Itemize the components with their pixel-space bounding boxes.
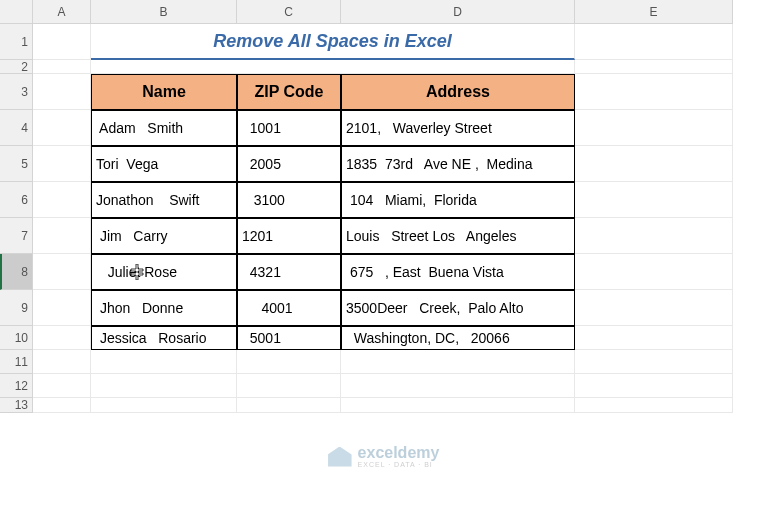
spreadsheet: A B C D E 1 Remove All Spaces in Excel 2…: [0, 0, 733, 413]
cell-D12[interactable]: [341, 374, 575, 398]
cell-E6[interactable]: [575, 182, 733, 218]
table-row[interactable]: Washington, DC, 20066: [341, 326, 575, 350]
cell-text: Juliet Rose: [96, 264, 177, 280]
cell-D11[interactable]: [341, 350, 575, 374]
row-header-10[interactable]: 10: [0, 326, 33, 350]
cell-C12[interactable]: [237, 374, 341, 398]
table-row[interactable]: Jessica Rosario: [91, 326, 237, 350]
row-header-8[interactable]: 8: [0, 254, 33, 290]
row-header-6[interactable]: 6: [0, 182, 33, 218]
cell-E10[interactable]: [575, 326, 733, 350]
cell-E7[interactable]: [575, 218, 733, 254]
cell-E12[interactable]: [575, 374, 733, 398]
table-header-address[interactable]: Address: [341, 74, 575, 110]
table-row[interactable]: Tori Vega: [91, 146, 237, 182]
cell-E1[interactable]: [575, 24, 733, 60]
cell-E4[interactable]: [575, 110, 733, 146]
cell-A8[interactable]: [33, 254, 91, 290]
select-all-corner[interactable]: [0, 0, 33, 24]
cell-A4[interactable]: [33, 110, 91, 146]
row-header-1[interactable]: 1: [0, 24, 33, 60]
table-row[interactable]: Juliet Rose: [91, 254, 237, 290]
cell-A13[interactable]: [33, 398, 91, 413]
col-header-E[interactable]: E: [575, 0, 733, 24]
table-row[interactable]: 5001: [237, 326, 341, 350]
page-title: Remove All Spaces in Excel: [91, 24, 575, 60]
cell-A11[interactable]: [33, 350, 91, 374]
cell-A2[interactable]: [33, 60, 91, 74]
cell-E3[interactable]: [575, 74, 733, 110]
row-header-13[interactable]: 13: [0, 398, 33, 413]
cell-C13[interactable]: [237, 398, 341, 413]
cell-A3[interactable]: [33, 74, 91, 110]
table-row[interactable]: Louis Street Los Angeles: [341, 218, 575, 254]
table-row[interactable]: 4321: [237, 254, 341, 290]
table-row[interactable]: 104 Miami, Florida: [341, 182, 575, 218]
row-header-9[interactable]: 9: [0, 290, 33, 326]
col-header-C[interactable]: C: [237, 0, 341, 24]
cell-D13[interactable]: [341, 398, 575, 413]
table-row[interactable]: Jim Carry: [91, 218, 237, 254]
cell-A9[interactable]: [33, 290, 91, 326]
table-row[interactable]: 2005: [237, 146, 341, 182]
cell-E8[interactable]: [575, 254, 733, 290]
table-row[interactable]: Jhon Donne: [91, 290, 237, 326]
cell-E13[interactable]: [575, 398, 733, 413]
col-header-D[interactable]: D: [341, 0, 575, 24]
row-header-7[interactable]: 7: [0, 218, 33, 254]
exceldemy-logo-icon: [328, 447, 352, 467]
col-header-B[interactable]: B: [91, 0, 237, 24]
cell-E9[interactable]: [575, 290, 733, 326]
title-underline: [91, 60, 575, 74]
cell-A5[interactable]: [33, 146, 91, 182]
cell-E2[interactable]: [575, 60, 733, 74]
watermark-main: exceldemy: [358, 445, 440, 461]
row-header-2[interactable]: 2: [0, 60, 33, 74]
cell-B13[interactable]: [91, 398, 237, 413]
row-header-3[interactable]: 3: [0, 74, 33, 110]
cell-A1[interactable]: [33, 24, 91, 60]
cell-B12[interactable]: [91, 374, 237, 398]
table-row[interactable]: 4001: [237, 290, 341, 326]
row-header-4[interactable]: 4: [0, 110, 33, 146]
col-header-A[interactable]: A: [33, 0, 91, 24]
cell-A7[interactable]: [33, 218, 91, 254]
table-row[interactable]: 2101, Waverley Street: [341, 110, 575, 146]
table-header-zip[interactable]: ZIP Code: [237, 74, 341, 110]
cell-E11[interactable]: [575, 350, 733, 374]
table-row[interactable]: 3100: [237, 182, 341, 218]
cell-A6[interactable]: [33, 182, 91, 218]
cell-B11[interactable]: [91, 350, 237, 374]
table-header-name[interactable]: Name: [91, 74, 237, 110]
cell-A10[interactable]: [33, 326, 91, 350]
table-row[interactable]: 1835 73rd Ave NE , Medina: [341, 146, 575, 182]
watermark-sub: EXCEL · DATA · BI: [358, 461, 440, 468]
row-header-12[interactable]: 12: [0, 374, 33, 398]
table-row[interactable]: Jonathon Swift: [91, 182, 237, 218]
row-header-5[interactable]: 5: [0, 146, 33, 182]
watermark: exceldemy EXCEL · DATA · BI: [328, 445, 440, 468]
table-row[interactable]: 675 , East Buena Vista: [341, 254, 575, 290]
row-header-11[interactable]: 11: [0, 350, 33, 374]
cell-C11[interactable]: [237, 350, 341, 374]
cell-E5[interactable]: [575, 146, 733, 182]
table-row[interactable]: 1001: [237, 110, 341, 146]
table-row[interactable]: Adam Smith: [91, 110, 237, 146]
table-row[interactable]: 3500Deer Creek, Palo Alto: [341, 290, 575, 326]
table-row[interactable]: 1201: [237, 218, 341, 254]
cell-A12[interactable]: [33, 374, 91, 398]
